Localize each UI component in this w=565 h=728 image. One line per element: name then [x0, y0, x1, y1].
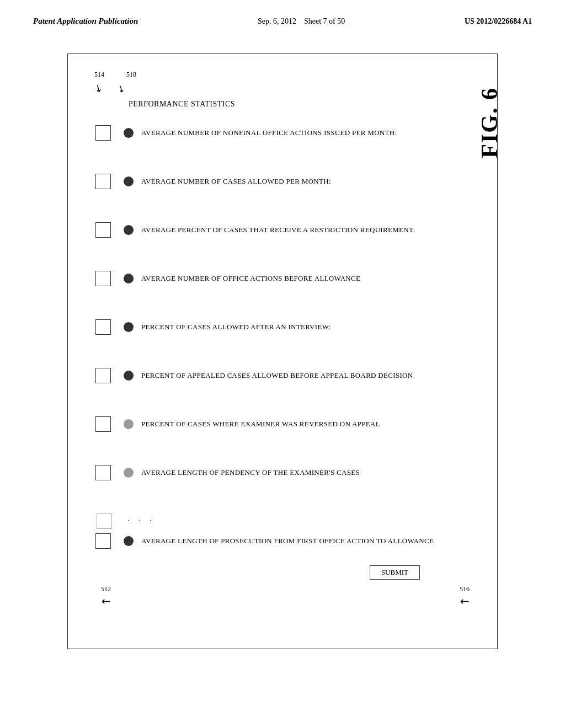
bullet-3 — [124, 225, 134, 235]
arrow-516: ↙ — [457, 593, 473, 609]
item-text-last: AVERAGE LENGTH OF PROSECUTION FROM FIRST… — [141, 537, 434, 546]
ellipsis-row-1: · · · — [97, 513, 486, 529]
ref-512-area: 512 ↙ — [101, 585, 111, 608]
checkbox-6[interactable] — [95, 368, 111, 383]
item-text-4: AVERAGE NUMBER OF OFFICE ACTIONS BEFORE … — [141, 274, 360, 283]
figure-box: FIG. 6 514 518 ↙ ↙ PERFORMANCE STATISTIC… — [67, 53, 498, 649]
main-content: FIG. 6 514 518 ↙ ↙ PERFORMANCE STATISTIC… — [0, 31, 565, 671]
list-item: AVERAGE PERCENT OF CASES THAT RECEIVE A … — [95, 222, 486, 238]
checkbox-7[interactable] — [95, 416, 111, 432]
list-item: AVERAGE NUMBER OF CASES ALLOWED PER MONT… — [95, 174, 486, 189]
item-text-3: AVERAGE PERCENT OF CASES THAT RECEIVE A … — [141, 226, 415, 235]
item-text-1: AVERAGE NUMBER OF NONFINAL OFFICE ACTION… — [141, 129, 397, 138]
checkbox-5[interactable] — [95, 319, 111, 335]
list-item: PERCENT OF CASES ALLOWED AFTER AN INTERV… — [95, 319, 486, 335]
checkbox-2[interactable] — [95, 174, 111, 189]
submit-button[interactable]: SUBMIT — [370, 565, 420, 580]
list-item: AVERAGE NUMBER OF OFFICE ACTIONS BEFORE … — [95, 271, 486, 286]
item-text-5: PERCENT OF CASES ALLOWED AFTER AN INTERV… — [141, 323, 331, 332]
arrow-512: ↙ — [98, 593, 114, 609]
header-patent-number: US 2012/0226684 A1 — [465, 17, 532, 26]
list-item: PERCENT OF CASES WHERE EXAMINER WAS REVE… — [95, 416, 486, 432]
checklist: AVERAGE NUMBER OF NONFINAL OFFICE ACTION… — [95, 125, 486, 560]
ref-514-label: 514 — [94, 71, 104, 79]
submit-area: SUBMIT — [84, 565, 420, 580]
page-header: Patent Application Publication Sep. 6, 2… — [0, 0, 565, 31]
list-item: AVERAGE NUMBER OF NONFINAL OFFICE ACTION… — [95, 125, 486, 141]
item-text-8: AVERAGE LENGTH OF PENDENCY OF THE EXAMIN… — [141, 468, 360, 478]
item-text-7: PERCENT OF CASES WHERE EXAMINER WAS REVE… — [141, 420, 380, 429]
ellipsis-dots-1: · · · — [127, 516, 155, 526]
header-publication: Patent Application Publication — [33, 17, 138, 26]
list-item: AVERAGE LENGTH OF PENDENCY OF THE EXAMIN… — [95, 465, 486, 480]
checkbox-3[interactable] — [95, 222, 111, 238]
ref-518-label: 518 — [126, 71, 136, 79]
checkbox-8[interactable] — [95, 465, 111, 480]
bullet-8 — [124, 468, 134, 478]
perf-title: PERFORMANCE STATISTICS — [129, 100, 486, 109]
bullet-7 — [124, 419, 134, 429]
header-sheet: Sheet 7 of 50 — [304, 17, 345, 25]
checkbox-1[interactable] — [95, 125, 111, 141]
bullet-4 — [124, 274, 134, 283]
item-text-6: PERCENT OF APPEALED CASES ALLOWED BEFORE… — [141, 371, 413, 381]
ref-512-label: 512 — [101, 585, 111, 593]
header-date-sheet: Sep. 6, 2012 Sheet 7 of 50 — [258, 17, 345, 26]
figure-label: FIG. 6 — [476, 87, 503, 158]
arrow-518: ↙ — [116, 82, 127, 95]
header-date: Sep. 6, 2012 — [258, 17, 296, 25]
bullet-6 — [124, 371, 134, 381]
bottom-refs: 512 ↙ 516 ↙ — [84, 580, 486, 608]
checkbox-4[interactable] — [95, 271, 111, 286]
bullet-5 — [124, 322, 134, 332]
bullet-1 — [124, 128, 134, 138]
ref-516-area: 516 ↙ — [460, 585, 470, 608]
item-text-2: AVERAGE NUMBER OF CASES ALLOWED PER MONT… — [141, 177, 331, 186]
checkbox-last[interactable] — [95, 533, 111, 549]
bullet-2 — [124, 176, 134, 186]
ref-516-label: 516 — [460, 585, 470, 593]
arrow-514: ↙ — [92, 81, 105, 96]
bullet-last — [124, 536, 134, 546]
checkbox-dots-1[interactable] — [97, 513, 112, 529]
list-item: AVERAGE LENGTH OF PROSECUTION FROM FIRST… — [95, 533, 486, 549]
list-item: PERCENT OF APPEALED CASES ALLOWED BEFORE… — [95, 368, 486, 383]
